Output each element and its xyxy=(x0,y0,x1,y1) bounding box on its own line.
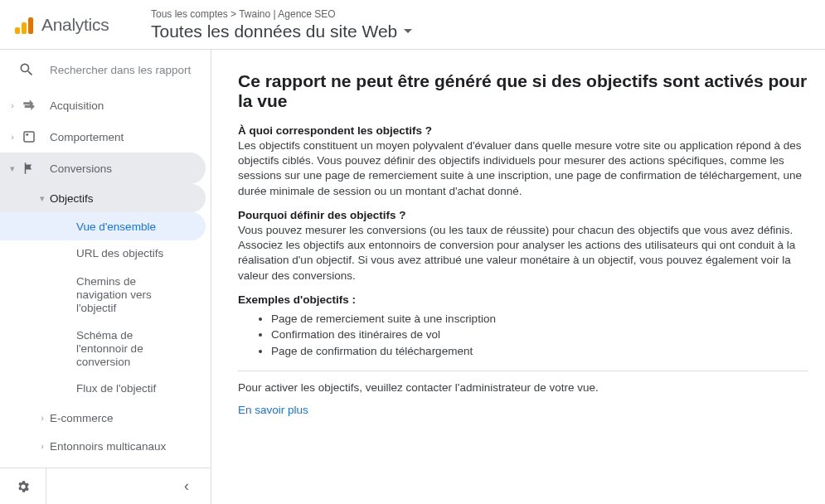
logo-wrap[interactable]: Analytics xyxy=(0,15,141,35)
sidebar-item-url-objectifs[interactable]: URL des objectifs xyxy=(0,240,211,269)
sidebar-item-conversions[interactable]: ▾ Conversions xyxy=(0,153,206,184)
gear-icon xyxy=(16,479,31,494)
breadcrumb-account: Twaino | Agence SEO xyxy=(239,8,336,20)
sidebar-item-acquisition[interactable]: › Acquisition xyxy=(0,90,206,121)
learn-more-link[interactable]: En savoir plus xyxy=(238,404,308,416)
chevron-right-icon: › xyxy=(7,132,18,142)
admin-settings-button[interactable] xyxy=(0,468,46,504)
header-account-switcher[interactable]: Tous les comptes > Twaino | Agence SEO T… xyxy=(141,8,825,41)
chevron-right-icon: › xyxy=(7,100,18,110)
section-heading-quoi: À quoi correspondent les objectifs ? xyxy=(238,124,808,137)
sidebar-item-objectifs[interactable]: ▾ Objectifs xyxy=(0,184,206,212)
svg-rect-0 xyxy=(24,132,34,142)
nav-label: E-commerce xyxy=(50,412,114,424)
product-name: Analytics xyxy=(41,15,109,35)
section-heading-pourquoi: Pourquoi définir des objectifs ? xyxy=(238,209,808,221)
analytics-logo-icon xyxy=(15,16,33,34)
sidebar-item-flux-objectif[interactable]: Flux de l'objectif xyxy=(0,376,211,404)
app-header: Analytics Tous les comptes > Twaino | Ag… xyxy=(0,0,825,50)
nav-label: Vue d'ensemble xyxy=(76,220,156,233)
section-text-pourquoi: Vous pouvez mesurer les conversions (ou … xyxy=(238,223,808,284)
example-item: Confirmation des itinéraires de vol xyxy=(271,327,808,343)
sidebar-item-schema-entonnoir[interactable]: Schéma de l'entonnoir de conversion xyxy=(0,322,211,376)
nav-label: Entonnoirs multicanaux xyxy=(50,440,166,453)
report-content: Ce rapport ne peut être généré que si de… xyxy=(211,50,825,504)
sidebar-item-chemins-objectif[interactable]: Chemins de navigation vers l'objectif xyxy=(0,269,211,322)
section-heading-exemples: Exemples d'objectifs : xyxy=(238,293,808,306)
example-item: Page de confirmation du téléchargement xyxy=(271,343,808,360)
chevron-down-icon: ▾ xyxy=(38,193,46,204)
chevron-down-icon xyxy=(404,29,412,33)
admin-contact-note: Pour activer les objectifs, veuillez con… xyxy=(238,381,808,394)
nav-tree: › Acquisition › Comportement ▾ Conversio… xyxy=(0,90,211,468)
search-icon xyxy=(18,61,35,78)
nav-label: URL des objectifs xyxy=(76,247,163,260)
breadcrumb-all: Tous les comptes xyxy=(151,8,228,20)
nav-label: Flux de l'objectif xyxy=(76,382,156,395)
collapse-sidebar-button[interactable]: ‹ xyxy=(46,477,211,495)
nav-label: Objectifs xyxy=(50,192,94,205)
search-placeholder-text: Rechercher dans les rapport xyxy=(50,64,191,76)
nav-label: Chemins de navigation vers l'objectif xyxy=(76,275,186,316)
chevron-down-icon: ▾ xyxy=(7,163,18,174)
examples-list: Page de remerciement suite à une inscrip… xyxy=(271,311,808,360)
sidebar: Rechercher dans les rapport › Acquisitio… xyxy=(0,50,211,504)
report-search[interactable]: Rechercher dans les rapport xyxy=(0,50,211,90)
sidebar-item-vue-ensemble[interactable]: Vue d'ensemble xyxy=(0,212,206,240)
flag-icon xyxy=(20,161,38,176)
nav-label: Acquisition xyxy=(50,99,104,112)
sidebar-item-ecommerce[interactable]: › E-commerce xyxy=(0,404,206,432)
nav-label: Conversions xyxy=(50,162,112,175)
divider xyxy=(238,371,808,371)
acquisition-icon xyxy=(20,98,38,113)
sidebar-item-attribution[interactable]: Attribution BÊTA xyxy=(0,460,211,468)
sidebar-item-entonnoirs-multicanaux[interactable]: › Entonnoirs multicanaux xyxy=(0,432,206,460)
view-selector[interactable]: Toutes les données du site Web xyxy=(151,22,825,41)
nav-label: Schéma de l'entonnoir de conversion xyxy=(76,329,186,370)
sidebar-bottom-bar: ‹ xyxy=(0,468,211,504)
chevron-left-icon: ‹ xyxy=(184,477,189,495)
section-text-quoi: Les objectifs constituent un moyen polyv… xyxy=(238,138,808,199)
nav-label: Comportement xyxy=(50,131,124,143)
page-title: Ce rapport ne peut être généré que si de… xyxy=(238,71,808,111)
view-name: Toutes les données du site Web xyxy=(151,22,397,41)
sidebar-item-comportement[interactable]: › Comportement xyxy=(0,121,206,153)
breadcrumb: Tous les comptes > Twaino | Agence SEO xyxy=(151,8,825,20)
chevron-right-icon: › xyxy=(38,441,46,451)
chevron-right-icon: › xyxy=(38,413,46,423)
comportement-icon xyxy=(20,129,38,144)
example-item: Page de remerciement suite à une inscrip… xyxy=(271,311,808,327)
svg-rect-1 xyxy=(26,133,28,135)
